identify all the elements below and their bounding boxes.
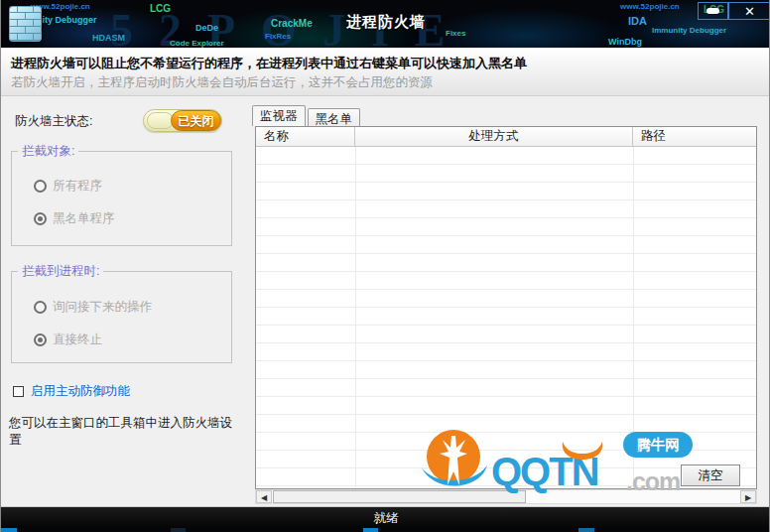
toolbox-hint-text: 您可以在主窗口的工具箱中进入防火墙设置 [9, 415, 240, 449]
toggle-knob [147, 112, 174, 129]
titlebar: 52POJIE www.52pojie.cn Immunity Debugger… [1, 0, 770, 48]
radio-terminate-directly[interactable]: 直接终止 [34, 332, 102, 348]
radio-blacklist-programs[interactable]: 黑名单程序 [34, 210, 115, 227]
radio-ask-next-action-label: 询问接下来的操作 [53, 299, 152, 316]
minimize-button[interactable] [698, 2, 728, 20]
column-gridline [355, 147, 356, 488]
titlebar-skin-word: FixRes [265, 33, 291, 41]
radio-circle-icon [34, 301, 47, 314]
window-title: 进程防火墙 [1, 13, 770, 32]
radio-circle-icon [34, 180, 47, 193]
list-body-empty[interactable] [256, 147, 756, 488]
radio-all-programs-label: 所有程序 [53, 178, 102, 195]
radio-blacklist-programs-label: 黑名单程序 [53, 210, 115, 227]
tab-strip: 监视器 黑名单 [252, 105, 362, 126]
close-icon: ✕ [744, 4, 755, 19]
titlebar-skin-word: www.52pojie.cn [620, 3, 680, 11]
minimize-icon [706, 8, 719, 14]
close-button[interactable]: ✕ [728, 2, 770, 20]
main-status-label: 防火墙主状态: [15, 113, 92, 130]
radio-ask-next-action[interactable]: 询问接下来的操作 [34, 299, 152, 316]
horizontal-scrollbar[interactable]: ◀ ▶ [255, 489, 757, 504]
checkbox-icon [13, 386, 24, 397]
titlebar-skin-word: WinDbg [608, 38, 642, 47]
column-header-path[interactable]: 路径 [633, 127, 756, 146]
column-header-name[interactable]: 名称 [256, 127, 355, 146]
bottom-skin-strip [1, 528, 770, 532]
radio-circle-selected-icon [34, 333, 47, 346]
tab-blacklist[interactable]: 黑名单 [308, 108, 361, 126]
scrollbar-thumb[interactable] [273, 490, 526, 503]
scroll-right-arrow-icon[interactable]: ▶ [740, 490, 756, 503]
clear-button[interactable]: 清空 [681, 465, 740, 486]
status-bar: 就绪 [1, 506, 770, 528]
process-firewall-window: 52POJIE www.52pojie.cn Immunity Debugger… [0, 0, 770, 532]
group-on-intercept: 拦截到进程时: 询问接下来的操作 直接终止 [11, 271, 232, 363]
column-gridline [633, 147, 634, 488]
titlebar-skin-word: HDASM [92, 34, 125, 43]
titlebar-skin-word: Code Explorer [170, 40, 224, 48]
radio-all-programs[interactable]: 所有程序 [34, 178, 102, 195]
process-list-view[interactable]: 名称 处理方式 路径 [255, 126, 757, 489]
group-intercept-target: 拦截对象: 所有程序 黑名单程序 [11, 151, 232, 246]
group-intercept-target-title: 拦截对象: [18, 143, 78, 160]
toggle-state-label: 已关闭 [171, 110, 221, 131]
active-defense-checkbox-label: 启用主动防御功能 [31, 383, 130, 400]
group-on-intercept-title: 拦截到进程时: [18, 263, 103, 280]
tab-monitor[interactable]: 监视器 [252, 105, 306, 126]
description-line1: 进程防火墙可以阻止您不希望运行的程序，在进程列表中通过右键菜单可以快速加入黑名单 [11, 55, 527, 72]
column-header-action[interactable]: 处理方式 [355, 127, 633, 146]
description-banner: 进程防火墙可以阻止您不希望运行的程序，在进程列表中通过右键菜单可以快速加入黑名单… [1, 48, 770, 96]
description-line2: 若防火墙开启，主程序启动时防火墙会自动后台运行，这并不会占用您的资源 [11, 74, 433, 91]
active-defense-checkbox-row[interactable]: 启用主动防御功能 [13, 383, 130, 400]
firewall-toggle[interactable]: 已关闭 [143, 109, 222, 132]
list-header-row: 名称 处理方式 路径 [256, 127, 756, 147]
radio-terminate-directly-label: 直接终止 [53, 332, 102, 348]
radio-circle-selected-icon [34, 212, 47, 225]
scroll-left-arrow-icon[interactable]: ◀ [256, 490, 272, 503]
